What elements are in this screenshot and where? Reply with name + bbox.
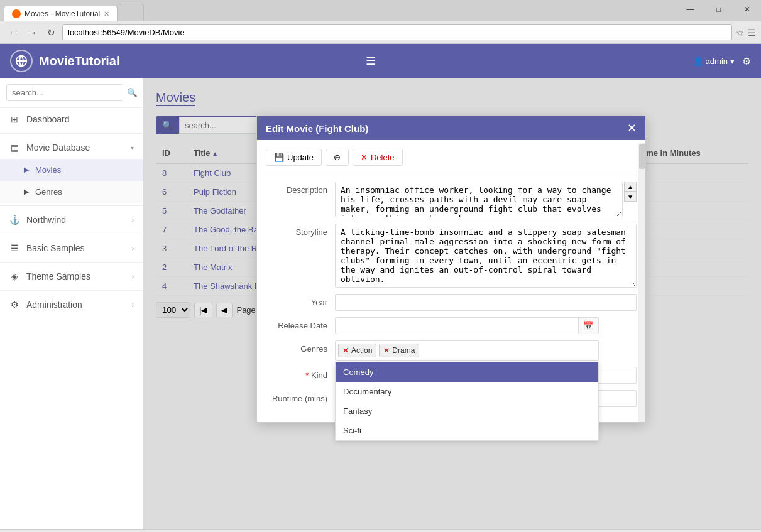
sidebar-item-movie-database[interactable]: ▤ Movie Database ▾ <box>0 136 143 159</box>
refresh-button[interactable]: ↻ <box>44 26 58 40</box>
release-date-label: Release Date <box>266 317 335 330</box>
main-content: Movies 🔍 all title description ⊕ New Mov… <box>143 78 761 529</box>
modal-toolbar: 💾 Update ⊕ ✕ Delete <box>266 149 637 166</box>
chevron-right-icon-4: › <box>132 301 134 308</box>
description-label: Description <box>266 182 335 195</box>
header-right: 👤 admin ▾ ⚙ <box>693 55 751 67</box>
sidebar-item-movies[interactable]: ▶ Movies <box>0 159 143 181</box>
tag-remove-drama[interactable]: ✕ <box>383 346 390 355</box>
update-button[interactable]: 💾 Update <box>266 149 322 166</box>
tab-favicon <box>12 9 21 18</box>
modal-scrollbar[interactable] <box>638 143 645 422</box>
tag-label-action: Action <box>351 346 372 355</box>
desc-scroll-up[interactable]: ▲ <box>624 182 637 192</box>
app-logo <box>10 50 33 72</box>
close-button[interactable]: ✕ <box>733 0 761 19</box>
year-field-row: Year 1999 <box>266 294 637 311</box>
movie-database-submenu: ▶ Movies ▶ Genres <box>0 159 143 203</box>
runtime-label: Runtime (mins) <box>266 390 335 403</box>
forward-button[interactable]: → <box>25 26 40 39</box>
new-tab-btn[interactable] <box>119 4 144 21</box>
genre-tag-drama: ✕ Drama <box>379 344 419 357</box>
sidebar-search-input[interactable] <box>6 84 123 101</box>
theme-samples-icon: ◈ <box>9 271 20 281</box>
storyline-textarea[interactable]: A ticking-time-bomb insomniac and a slip… <box>335 224 637 288</box>
movies-icon: ▶ <box>24 166 29 174</box>
basic-samples-icon: ☰ <box>9 243 20 253</box>
sidebar-search-container: 🔍 <box>0 78 143 108</box>
divider-2 <box>0 205 143 206</box>
divider-5 <box>0 290 143 291</box>
storyline-field-row: Storyline A ticking-time-bomb insomniac … <box>266 224 637 288</box>
description-textarea[interactable]: An insomniac office worker, looking for … <box>335 182 623 217</box>
delete-button[interactable]: ✕ Delete <box>353 149 403 166</box>
year-input[interactable]: 1999 <box>335 294 637 311</box>
dropdown-item-fantasy[interactable]: Fantasy <box>336 401 598 421</box>
sidebar-item-theme-samples[interactable]: ◈ Theme Samples › <box>0 265 143 288</box>
address-input[interactable] <box>62 24 732 40</box>
user-dropdown-arrow: ▾ <box>730 57 735 66</box>
genres-field-row: Genres ✕ Action ✕ Drama <box>266 340 637 361</box>
delete-icon: ✕ <box>361 153 368 162</box>
edit-movie-modal: Edit Movie (Fight Club) ✕ 💾 Update ⊕ <box>256 116 646 423</box>
hamburger-menu-button[interactable]: ☰ <box>366 54 376 68</box>
sidebar-item-dashboard[interactable]: ⊞ Dashboard <box>0 108 143 131</box>
sidebar-item-label: Theme Samples <box>26 271 126 281</box>
modal-divider <box>266 175 637 175</box>
browser-tab-active[interactable]: Movies - MovieTutorial ✕ <box>4 6 118 21</box>
kind-label: Kind <box>266 367 335 380</box>
update-icon: 💾 <box>274 153 284 162</box>
sidebar-item-northwind[interactable]: ⚓ Northwind › <box>0 209 143 231</box>
maximize-button[interactable]: □ <box>704 0 733 19</box>
social-icon[interactable]: ⚙ <box>742 55 751 67</box>
user-menu[interactable]: 👤 admin ▾ <box>693 57 735 66</box>
chevron-right-icon: › <box>132 217 134 224</box>
genres-field[interactable]: ✕ Action ✕ Drama <box>335 340 599 361</box>
chevron-right-icon-3: › <box>132 273 134 280</box>
desc-scroll-down[interactable]: ▼ <box>624 192 637 202</box>
user-icon: 👤 <box>693 57 703 66</box>
browser-address-bar: ← → ↻ ☆ ☰ <box>0 21 761 43</box>
genres-icon: ▶ <box>24 188 29 196</box>
divider-4 <box>0 262 143 263</box>
year-label: Year <box>266 294 335 307</box>
sidebar-genres-label: Genres <box>35 187 62 197</box>
dropdown-item-documentary[interactable]: Documentary <box>336 382 598 401</box>
administration-icon: ⚙ <box>9 300 20 310</box>
sidebar-item-label: Northwind <box>26 215 126 225</box>
calendar-button[interactable]: 📅 <box>579 317 599 334</box>
movie-db-icon: ▤ <box>9 143 20 153</box>
tab-title: Movies - MovieTutorial <box>25 9 100 18</box>
sidebar-item-label: Administration <box>26 300 126 310</box>
sidebar-item-administration[interactable]: ⚙ Administration › <box>0 293 143 316</box>
main-layout: 🔍 ⊞ Dashboard ▤ Movie Database ▾ ▶ Movie… <box>0 78 761 529</box>
sidebar-item-label: Dashboard <box>26 114 134 124</box>
tag-remove-action[interactable]: ✕ <box>342 346 349 355</box>
modal-body: 💾 Update ⊕ ✕ Delete <box>257 140 645 422</box>
browser-chrome: Movies - MovieTutorial ✕ ← → ↻ ☆ ☰ <box>0 0 761 44</box>
username-label: admin <box>706 57 728 66</box>
sidebar-search-button[interactable]: 🔍 <box>127 88 138 97</box>
sidebar-item-genres[interactable]: ▶ Genres <box>0 181 143 203</box>
dropdown-item-comedy[interactable]: Comedy <box>336 362 598 382</box>
dropdown-item-scifi[interactable]: Sci-fi <box>336 421 598 440</box>
modal-overlay[interactable]: Edit Movie (Fight Club) ✕ 💾 Update ⊕ <box>143 78 761 529</box>
tab-close-icon[interactable]: ✕ <box>104 10 109 18</box>
tag-label-drama: Drama <box>392 346 415 355</box>
app-title: MovieTutorial <box>39 54 356 68</box>
sidebar-item-label: Movie Database <box>26 143 124 153</box>
minimize-button[interactable]: — <box>676 0 704 19</box>
bookmark-button[interactable]: ☆ <box>736 28 744 38</box>
modal-close-button[interactable]: ✕ <box>627 122 637 134</box>
menu-button[interactable]: ☰ <box>748 28 756 38</box>
release-date-field-row: Release Date 10/15/1999 📅 <box>266 317 637 334</box>
modal-btn-icon[interactable]: ⊕ <box>326 149 349 166</box>
app-header: MovieTutorial ☰ 👤 admin ▾ ⚙ <box>0 44 761 78</box>
storyline-label: Storyline <box>266 224 335 237</box>
sidebar: 🔍 ⊞ Dashboard ▤ Movie Database ▾ ▶ Movie… <box>0 78 143 529</box>
back-button[interactable]: ← <box>5 26 21 39</box>
description-field-row: Description An insomniac office worker, … <box>266 182 637 217</box>
release-date-input[interactable]: 10/15/1999 <box>335 317 579 334</box>
chevron-right-icon-2: › <box>132 245 134 252</box>
sidebar-item-basic-samples[interactable]: ☰ Basic Samples › <box>0 237 143 259</box>
